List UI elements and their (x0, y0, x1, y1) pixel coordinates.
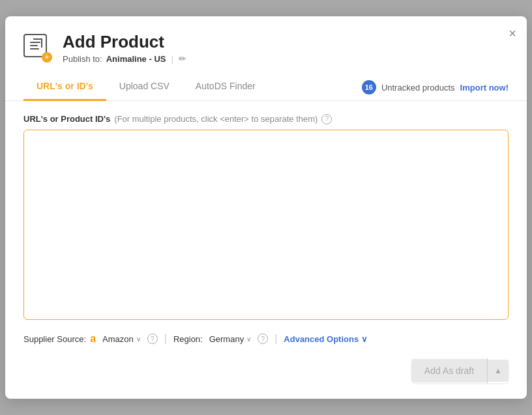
region-label: Region: (173, 334, 203, 344)
add-product-modal: × + Add Product Publish to: Animaline - … (5, 16, 527, 399)
edit-store-button[interactable]: ✏ (179, 53, 186, 64)
tabs-bar: URL's or ID's Upload CSV AutoDS Finder 1… (5, 74, 527, 101)
plus-badge: + (42, 52, 52, 63)
region-chevron-icon: ∨ (246, 336, 251, 343)
amazon-icon: a (90, 333, 96, 345)
advanced-options-chevron-icon: ∨ (361, 334, 368, 344)
url-label-hint: (For multiple products, click <enter> to… (114, 114, 318, 124)
region-dropdown[interactable]: Germany ∨ (207, 333, 254, 345)
modal-footer: Add As draft ▲ (5, 345, 527, 399)
separator-2: | (274, 333, 277, 345)
supplier-name: Amazon (102, 334, 134, 344)
url-label-main: URL's or Product ID's (23, 114, 110, 124)
modal-title: Add Product (63, 32, 186, 52)
modal-content: URL's or Product ID's (For multiple prod… (5, 101, 527, 322)
footer-options: Supplier Source: a Amazon ∨ ? | Region: … (5, 322, 527, 345)
modal-backdrop: × + Add Product Publish to: Animaline - … (0, 0, 532, 415)
supplier-dropdown[interactable]: Amazon ∨ (100, 333, 143, 345)
url-help-icon[interactable]: ? (321, 114, 332, 124)
tabs-left: URL's or ID's Upload CSV AutoDS Finder (23, 74, 269, 100)
add-draft-chevron-icon: ▲ (494, 366, 502, 375)
divider: | (171, 54, 173, 64)
supplier-help-icon[interactable]: ? (147, 334, 158, 344)
edit-icon: ✏ (179, 53, 186, 64)
publish-label: Publish to: (63, 54, 102, 64)
supplier-group: Supplier Source: a Amazon ∨ ? (23, 333, 158, 345)
box-line (30, 48, 39, 50)
add-draft-chevron-button[interactable]: ▲ (488, 360, 509, 382)
region-value: Germany (209, 334, 244, 344)
supplier-label: Supplier Source: (23, 334, 86, 344)
untracked-label: Untracked products (381, 83, 455, 93)
advanced-options-label: Advanced Options (284, 334, 359, 344)
supplier-chevron-icon: ∨ (136, 336, 141, 343)
advanced-options-button[interactable]: Advanced Options ∨ (284, 334, 368, 344)
add-draft-button[interactable]: Add As draft (411, 359, 487, 382)
header-text: Add Product Publish to: Animaline - US |… (63, 32, 186, 64)
box-lines (29, 40, 42, 51)
modal-header: + Add Product Publish to: Animaline - US… (5, 16, 527, 64)
import-now-button[interactable]: Import now! (460, 83, 509, 93)
close-button[interactable]: × (509, 27, 516, 40)
separator-1: | (164, 333, 167, 345)
tabs-right: 16 Untracked products Import now! (362, 80, 509, 94)
product-icon: + (23, 34, 52, 63)
tab-finder[interactable]: AutoDS Finder (183, 74, 269, 101)
publish-store: Animaline - US (106, 54, 166, 64)
add-draft-group: Add As draft ▲ (411, 358, 509, 383)
box-line (30, 42, 40, 43)
box-line (30, 45, 38, 46)
publish-row: Publish to: Animaline - US | ✏ (63, 53, 186, 64)
url-field-label: URL's or Product ID's (For multiple prod… (23, 114, 509, 124)
url-textarea[interactable] (23, 130, 509, 320)
region-group: Region: Germany ∨ ? (173, 333, 268, 345)
untracked-badge: 16 (362, 80, 376, 94)
tab-csv[interactable]: Upload CSV (106, 74, 183, 101)
region-help-icon[interactable]: ? (258, 334, 268, 344)
tab-urls[interactable]: URL's or ID's (23, 74, 106, 101)
